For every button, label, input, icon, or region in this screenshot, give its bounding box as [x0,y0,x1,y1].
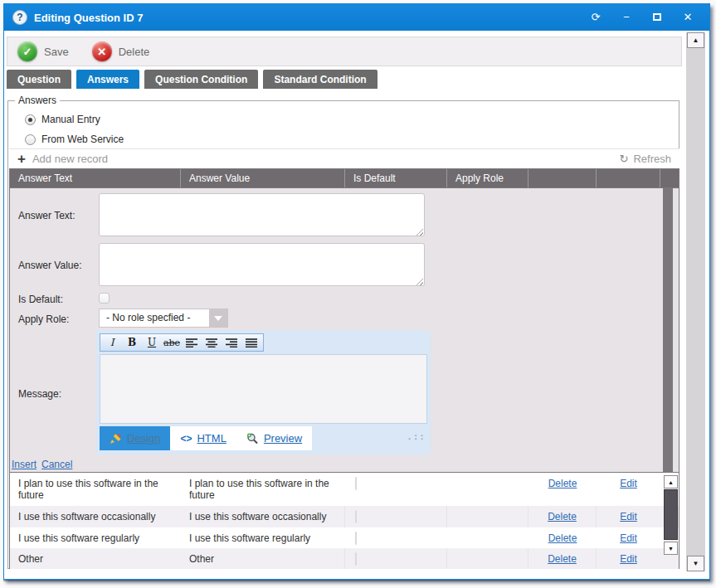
add-new-record-button[interactable]: Add new record [32,153,108,165]
is-default-checkbox[interactable] [355,532,357,545]
is-default-checkbox[interactable] [355,510,357,523]
scroll-up-icon[interactable]: ▲ [664,475,678,488]
cell-answer-text: I plan to use this software in the futur… [10,473,181,506]
col-answer-text: Answer Text [10,169,181,187]
insert-form: Answer Text: Answer Value: Is Default: A… [10,188,663,472]
help-icon: ? [12,10,27,25]
delete-link[interactable]: Delete [548,511,577,522]
scrollbar-thumb[interactable] [664,489,678,540]
bold-button[interactable]: B [123,335,141,350]
apply-role-value: - No role specfied - [100,309,209,327]
editor-tab-preview[interactable]: Preview [236,426,312,450]
window-scrollbar[interactable]: ▲ ▼ [686,32,705,571]
radio-icon [25,134,36,145]
underline-button[interactable]: U [143,335,161,350]
scroll-down-icon[interactable]: ▼ [664,542,678,555]
delete-button[interactable]: ✕ Delete [92,41,150,61]
magnifier-icon [246,433,259,445]
cell-answer-text: Other [10,548,181,569]
tab-standard-condition[interactable]: Standard Condition [263,70,377,89]
tab-answers[interactable]: Answers [76,70,139,89]
groupbox-legend: Answers [15,95,60,106]
col-filler [660,169,679,187]
col-delete [528,169,597,187]
delete-link[interactable]: Delete [548,532,577,544]
col-answer-value: Answer Value [181,169,345,187]
editor-format-toolbar: I B U abe [100,333,264,352]
delete-link[interactable]: Delete [548,478,577,489]
delete-link[interactable]: Delete [548,553,577,565]
cell-apply-role [447,527,528,548]
editor-mode-tabs: Design <> HTML Preview [100,426,312,450]
edit-link[interactable]: Edit [620,511,637,522]
cell-answer-text: I use this software regularly [10,527,181,548]
is-default-label: Is Default: [18,294,63,305]
delete-label: Delete [119,46,150,58]
message-content-area[interactable] [100,354,427,424]
refresh-window-icon[interactable]: ⟳ [589,11,602,24]
edit-link[interactable]: Edit [620,553,637,565]
italic-button[interactable]: I [103,335,121,350]
cell-answer-value: I use this software occasionally [181,506,345,527]
answer-value-input[interactable] [99,243,425,286]
minimize-icon[interactable]: − [620,11,633,24]
window-title: Editing Question ID 7 [34,12,143,24]
editor-tab-design[interactable]: Design [100,426,170,450]
is-default-checkbox[interactable] [355,477,357,490]
cell-apply-role [447,548,528,569]
close-icon[interactable]: ✕ [681,11,694,24]
is-default-checkbox[interactable] [99,293,110,304]
save-button[interactable]: ✓ Save [17,41,69,61]
table-row[interactable]: I use this software regularly I use this… [10,527,679,548]
title-bar[interactable]: ? Editing Question ID 7 ⟳ − ✕ [4,4,709,31]
editor-resize-grip-icon[interactable]: .:: [407,431,426,442]
save-label: Save [44,46,69,58]
strikethrough-button[interactable]: abe [163,335,181,350]
form-action-links: Insert Cancel [12,459,72,470]
maximize-icon[interactable] [650,11,664,24]
apply-role-label: Apply Role: [18,313,69,325]
refresh-icon: ↻ [620,154,629,164]
rows-scrollbar[interactable]: ▲ ▼ [664,475,678,555]
dropdown-button[interactable] [209,309,227,327]
tab-question[interactable]: Question [7,70,71,89]
radio-manual-entry[interactable]: Manual Entry [25,113,100,126]
table-row[interactable]: Other Other Delete Edit [10,548,679,569]
scroll-up-icon[interactable]: ▲ [687,32,704,48]
radio-icon [25,114,36,125]
align-right-button[interactable] [222,335,241,350]
edit-link[interactable]: Edit [620,478,637,489]
command-toolbar: ✓ Save ✕ Delete [7,36,682,66]
apply-role-select[interactable]: - No role specfied - [99,309,228,328]
col-apply-role: Apply Role [447,169,528,187]
grid-rows: I plan to use this software in the futur… [10,473,679,569]
answer-value-label: Answer Value: [18,260,81,271]
answer-text-input[interactable] [99,193,425,236]
answers-grid: Answer Text Answer Value Is Default Appl… [9,168,679,569]
message-editor: I B U abe [96,330,431,454]
align-left-button[interactable] [183,335,201,350]
scroll-down-icon[interactable]: ▼ [687,556,704,571]
editor-tab-html[interactable]: <> HTML [170,426,236,450]
insert-link[interactable]: Insert [12,459,37,470]
table-row[interactable]: I use this software occasionally I use t… [10,506,679,527]
add-icon: + [17,153,26,166]
pencil-icon [110,433,122,445]
justify-button[interactable] [242,335,261,350]
radio-from-web-service[interactable]: From Web Service [25,133,124,146]
answers-groupbox: Answers Manual Entry From Web Service + … [7,100,679,569]
edit-link[interactable]: Edit [620,532,637,544]
cancel-link[interactable]: Cancel [41,459,72,470]
align-center-button[interactable] [202,335,221,350]
cell-answer-value: I use this software regularly [181,527,345,548]
save-icon: ✓ [17,41,37,61]
delete-icon: ✕ [92,41,112,61]
is-default-checkbox[interactable] [355,552,357,566]
tab-question-condition[interactable]: Question Condition [144,70,258,89]
chevron-down-icon [214,316,222,321]
answer-text-label: Answer Text: [18,210,75,221]
refresh-button[interactable]: ↻ Refresh [620,153,671,165]
form-gutter [673,188,679,472]
window-controls: ⟳ − ✕ [589,11,701,24]
table-row[interactable]: I plan to use this software in the futur… [10,473,679,506]
